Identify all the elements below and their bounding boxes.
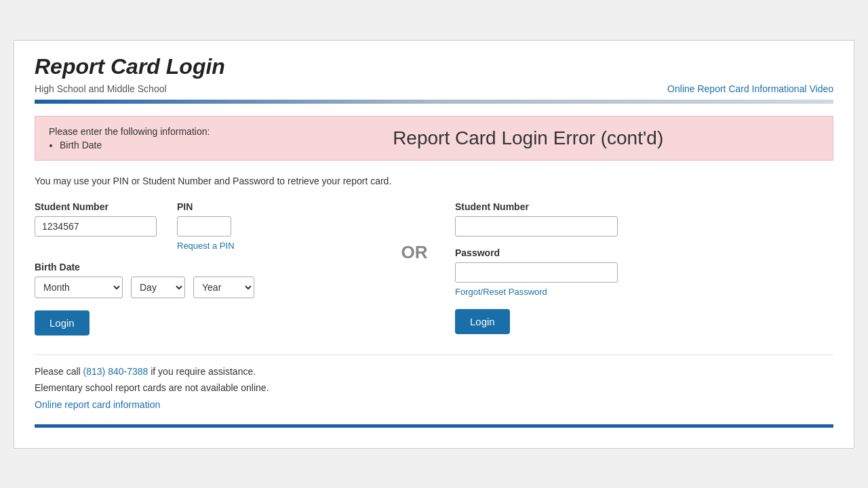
phone-link[interactable]: (813) 840-7388 bbox=[83, 366, 149, 377]
student-number-section: Student Number bbox=[35, 201, 157, 237]
pin-label: PIN bbox=[177, 201, 235, 212]
day-select[interactable]: Day 123 456 789 101112 131415 161718 192… bbox=[131, 277, 185, 298]
online-report-link[interactable]: Online report card information bbox=[35, 399, 160, 410]
birth-date-label: Birth Date bbox=[35, 262, 374, 272]
subtitle-row: High School and Middle School Online Rep… bbox=[35, 83, 833, 94]
password-input[interactable] bbox=[455, 262, 618, 283]
subtitle: High School and Middle School bbox=[35, 83, 167, 94]
month-select[interactable]: Month January February March April May J… bbox=[35, 277, 123, 298]
right-student-number-section: Student Number bbox=[455, 201, 833, 237]
error-banner-left: Please enter the following information: … bbox=[49, 126, 210, 150]
assistance-suffix: if you require assistance. bbox=[148, 366, 256, 377]
year-select[interactable]: Year 20102009 20082007 20062005 20042003… bbox=[193, 277, 254, 298]
gradient-bar bbox=[35, 100, 833, 104]
student-number-label: Student Number bbox=[35, 201, 157, 212]
assistance-text: Please call (813) 840-7388 if you requir… bbox=[35, 366, 833, 377]
error-fields-list: Birth Date bbox=[60, 140, 210, 150]
pin-input[interactable] bbox=[177, 216, 231, 237]
footer-section: Please call (813) 840-7388 if you requir… bbox=[35, 354, 833, 411]
right-panel: Student Number Password Forgot/Reset Pas… bbox=[455, 201, 833, 334]
or-divider: OR bbox=[374, 201, 455, 263]
login-section: Student Number PIN Request a PIN Birth D… bbox=[35, 201, 833, 336]
assistance-prefix: Please call bbox=[35, 366, 83, 377]
error-field-birth-date: Birth Date bbox=[60, 140, 210, 150]
page-title: Report Card Login bbox=[35, 54, 833, 79]
pin-section: PIN Request a PIN bbox=[177, 201, 235, 251]
birth-date-selects: Month January February March April May J… bbox=[35, 277, 374, 298]
birth-date-section: Birth Date Month January February March … bbox=[35, 262, 374, 298]
left-panel: Student Number PIN Request a PIN Birth D… bbox=[35, 201, 374, 336]
left-student-number-input[interactable] bbox=[35, 216, 157, 237]
right-login-button[interactable]: Login bbox=[455, 309, 510, 334]
right-student-number-label: Student Number bbox=[455, 201, 833, 212]
error-banner-title: Report Card Login Error (cont'd) bbox=[237, 127, 819, 149]
instruction-text: You may use your PIN or Student Number a… bbox=[35, 176, 833, 186]
error-banner: Please enter the following information: … bbox=[35, 116, 833, 161]
forgot-password-link[interactable]: Forgot/Reset Password bbox=[455, 287, 833, 297]
error-instruction: Please enter the following information: bbox=[49, 126, 210, 137]
right-student-number-input[interactable] bbox=[455, 216, 618, 237]
bottom-bar bbox=[35, 424, 833, 428]
request-pin-link[interactable]: Request a PIN bbox=[177, 241, 235, 251]
top-fields-row: Student Number PIN Request a PIN bbox=[35, 201, 374, 251]
page-container: Report Card Login High School and Middle… bbox=[14, 40, 854, 449]
left-login-button[interactable]: Login bbox=[35, 310, 90, 336]
password-section: Password Forgot/Reset Password bbox=[455, 247, 833, 297]
elementary-notice: Elementary school report cards are not a… bbox=[35, 382, 833, 393]
video-link[interactable]: Online Report Card Informational Video bbox=[667, 83, 833, 94]
password-label: Password bbox=[455, 247, 833, 258]
